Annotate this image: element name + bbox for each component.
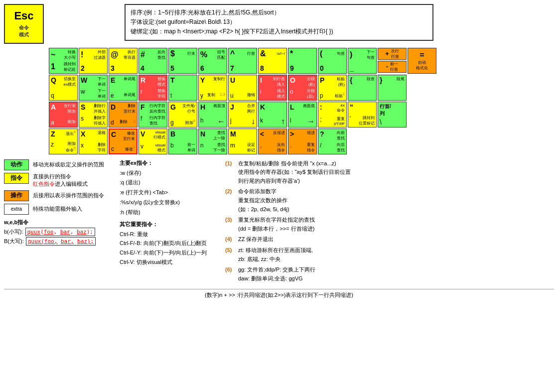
note-1-text: 在复制/粘贴/删除 指令前使用 "x (x=a...z)使用指令的寄存器(如："… xyxy=(238,159,351,186)
quote-key[interactable]: " ' 跳转到位置标记 xyxy=(348,102,377,128)
S-key[interactable]: S 删除行并插入 s 删除字符插入 xyxy=(79,102,108,128)
note-3-num: (3) xyxy=(225,216,236,233)
K-key[interactable]: K k ↑ xyxy=(258,102,287,128)
V-key[interactable]: V visual行模式 v visual模式 xyxy=(139,129,167,154)
lt-key[interactable]: < 反缩进 , 反向指令 xyxy=(258,129,287,154)
equal-key[interactable]: = 自动格式化 xyxy=(408,48,436,74)
B-row: B(大写): quux(foo, bar, baz); xyxy=(4,237,114,246)
W-key[interactable]: W 下一单词 w 下一单词 xyxy=(79,75,108,101)
rparen-key[interactable]: ) 下一句首 _ xyxy=(348,48,377,74)
green-swatch: 动作 xyxy=(4,159,29,170)
minus-key[interactable]: - 前一行首 xyxy=(378,61,407,73)
A-key[interactable]: A 在行末附加 a 附加 xyxy=(49,102,78,128)
star-key[interactable]: * 9 xyxy=(288,48,317,74)
percent-key[interactable]: % 括号匹配 6 xyxy=(198,48,227,74)
tilde-key[interactable]: ~ 转换大小写 1 跳转到标记处 xyxy=(49,48,78,74)
E-key[interactable]: E 单词尾 e 单词尾 xyxy=(109,75,138,101)
esc-key[interactable]: Esc 命令模式 xyxy=(4,4,44,44)
other-list: Ctrl-R: 重做 Ctrl-F/-B: 向前(下)翻页/向后(上)翻页 Ct… xyxy=(120,230,219,267)
note-3-text: 重复光标所在字符处指定的查找(dd = 删除本行，>>= 行首缩进) xyxy=(238,216,315,233)
b-code: quux(foo, bar, baz); xyxy=(25,228,96,236)
note-3: (3) 重复光标所在字符处指定的查找(dd = 删除本行，>>= 行首缩进) xyxy=(225,216,554,233)
b-label: b(小写): xyxy=(4,228,23,236)
dollar-key[interactable]: $ 行末 5 xyxy=(168,48,197,74)
web-title: w,e,b指令 xyxy=(4,219,114,226)
question-key[interactable]: ? 向前查找 / 向后查找 xyxy=(318,129,347,154)
orange-desc: 后接用以表示操作范围的指令 xyxy=(33,192,104,199)
asdf-row: A 在行末附加 a 附加 S 删除行并插入 s 删除字符插入 D 删除至行末 xyxy=(49,102,554,128)
caret-key[interactable]: ^ 行首 7 xyxy=(228,48,257,74)
info-line1: 排序:(例：1~5行排序:光标放在1行上,然后!5G,然后sort） xyxy=(131,8,427,17)
legend-section: 动作 移动光标或欲定义操作的范围 指令 直接执行的指令红色指令进入编辑模式 操作… xyxy=(4,159,114,246)
at-key[interactable]: @ 执行寄存器 3 xyxy=(109,48,138,74)
qwerty-row: Q 切换至ex模式 q W 下一单词 w 下一单词 E 单词尾 e 单词 xyxy=(49,75,554,101)
green-desc: 移动光标或欲定义操作的范围 xyxy=(33,161,104,168)
D-key[interactable]: D 删除至行末 d 删除 3 xyxy=(109,102,138,128)
I-key[interactable]: I 到行首插入 i 插入模式 xyxy=(258,75,287,101)
note-5: (5) zt: 移动游标所在行至画面顶端,zb: 底端, zz: 中央 xyxy=(225,246,554,263)
note-4-num: (4) xyxy=(225,235,236,244)
legend-yellow: 指令 直接执行的指令红色指令进入编辑模式 xyxy=(4,173,114,188)
U-key[interactable]: U u 撤销 xyxy=(228,75,257,101)
zxcv-row: Z 退出4 z 附加命令5 X 退格 x 删除字符 C 修改至行末 xyxy=(49,129,554,154)
R-key[interactable]: R 替换模式 r 替换字符 xyxy=(139,75,167,101)
info-line3: 键绑定:(如：map h <Insert>;map <F2> h{ }按下F2后… xyxy=(131,27,427,36)
O-key[interactable]: O 分段(前) o 分段(后) xyxy=(288,75,317,101)
commands-list: :w (保存) :q (退出) :e (打开文件) <Tab> :%s/x/y/… xyxy=(120,168,219,218)
legend-green: 动作 移动光标或欲定义操作的范围 xyxy=(4,159,114,170)
extra-swatch: extra xyxy=(4,204,29,215)
legend-extra: extra 特殊功能需额外输入 xyxy=(4,204,114,215)
note-2-num: (2) xyxy=(225,187,236,214)
M-key[interactable]: M m 设定标记 xyxy=(228,129,257,154)
exclaim-key[interactable]: ! 外部过滤器 2 xyxy=(79,48,108,74)
esc-label: Esc xyxy=(14,9,33,22)
note-6: (6) gg: 文件首;ddp/P: 交换上下两行daw: 删除单词;全选: g… xyxy=(225,265,554,283)
Z-key[interactable]: Z 退出4 z 附加命令5 xyxy=(49,129,78,154)
G-key[interactable]: G 文件尾/行号 g 附加6 xyxy=(168,102,197,128)
ctrl-r: Ctrl-R: 重做 xyxy=(120,230,219,239)
hash-key[interactable]: # 反向查找 4 xyxy=(139,48,167,74)
cmd-h: :h (帮助) xyxy=(120,208,219,218)
Y-key[interactable]: Y 复制行 y 复制 1,3 xyxy=(198,75,227,101)
other-title: 其它重要指令： xyxy=(120,221,219,228)
Q-key[interactable]: Q 切换至ex模式 q xyxy=(49,75,78,101)
lbrace-key[interactable]: { 段首 xyxy=(348,75,377,101)
F-key[interactable]: F 行内字符反向查找 f 行内字符查找 xyxy=(139,102,167,128)
J-key[interactable]: J 合并两行 j ↓ xyxy=(228,102,257,128)
number-row: ~ 转换大小写 1 跳转到标记处 ! 外部过滤器 2 @ 执行寄存器 xyxy=(49,48,554,74)
X-key[interactable]: X 退格 x 删除字符 xyxy=(79,129,108,154)
orange-swatch: 操作 xyxy=(4,190,29,201)
lparen-key[interactable]: ( 句首 0 xyxy=(318,48,347,74)
commands-title: 主要ex指令： xyxy=(120,159,219,167)
note-5-num: (5) xyxy=(225,246,236,263)
amp-key[interactable]: & :s//~/ 8 xyxy=(258,48,287,74)
H-key[interactable]: H 画面顶 h ← xyxy=(198,102,227,128)
plus-key[interactable]: + 次行行首 xyxy=(378,48,407,60)
bottom-text: (数字)n + >> :行共同缩进(如:2>>)表示这行到下一行共同缩进) xyxy=(205,292,353,298)
L-key[interactable]: L 画面底 l → xyxy=(288,102,317,128)
T-key[interactable]: T t xyxy=(168,75,197,101)
cmd-e: :e (打开文件) <Tab> xyxy=(120,188,219,198)
info-line2: 字体设定:(set guifont=Raize\ Bold\ 13） xyxy=(131,17,427,27)
yellow-desc: 直接执行的指令红色指令进入编辑模式 xyxy=(33,173,88,188)
note-5-text: zt: 移动游标所在行至画面顶端,zb: 底端, zz: 中央 xyxy=(238,246,313,263)
yellow-swatch: 指令 xyxy=(4,173,29,184)
N-key[interactable]: N 查找上一除 n 查找下一除 xyxy=(198,129,227,154)
note-4-text: ZZ 保存并退出 xyxy=(238,235,274,244)
gt-key[interactable]: > 缩进 . 重复指令 xyxy=(288,129,317,154)
note-6-text: gg: 文件首;ddp/P: 交换上下两行daw: 删除单词;全选: ggVG xyxy=(238,265,315,283)
note-1: (1) 在复制/粘贴/删除 指令前使用 "x (x=a...z)使用指令的寄存器… xyxy=(225,159,554,186)
ctrl-fb: Ctrl-F/-B: 向前(下)翻页/向后(上)翻页 xyxy=(120,239,219,248)
note-2-text: 命令前添加数字重复指定次数的操作(如：2p, d2w, 5i, d4j) xyxy=(238,187,289,214)
C-key[interactable]: C 修改至行末 c 修改3 xyxy=(109,129,138,154)
note-1-num: (1) xyxy=(225,159,236,186)
note-4: (4) ZZ 保存并退出 xyxy=(225,235,554,244)
row-col-key[interactable]: 行首/列 \ xyxy=(378,102,407,128)
commands-section: 主要ex指令： :w (保存) :q (退出) :e (打开文件) <Tab> … xyxy=(120,159,219,267)
ctrl-v: Ctrl-V: 切换visual模式 xyxy=(120,258,219,267)
b-row: b(小写): quux(foo, bar, baz); xyxy=(4,228,114,236)
P-key[interactable]: P 粘贴(前) p 粘贴1 xyxy=(318,75,347,101)
colon-key[interactable]: : ex命令 ; 重复;t/T/f/F xyxy=(318,102,347,128)
B-key[interactable]: B b 前一单词 xyxy=(168,129,197,154)
rbrace-key[interactable]: } 段尾 xyxy=(378,75,407,101)
